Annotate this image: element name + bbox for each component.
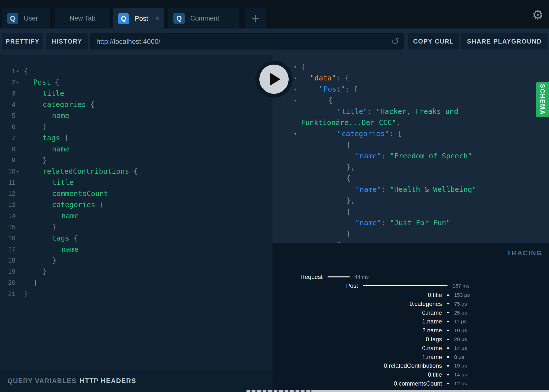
response-json: "name": "Health & Wellbeing" [355, 184, 476, 195]
tracing-duration-bar [363, 285, 448, 286]
tab-bar: QUserNew TabQPost✕QComment + ⚙ [0, 0, 549, 28]
query-badge-icon: Q [7, 13, 18, 24]
query-code: } [43, 266, 47, 277]
response-line: ▾"categories": [ [273, 128, 549, 139]
query-line: 14name [0, 210, 273, 221]
tab-label: User [24, 15, 38, 22]
response-json: "categories": [ [337, 128, 402, 139]
fold-arrow-icon[interactable]: ▾ [16, 77, 23, 88]
tracing-duration-value: 14 μs [454, 370, 467, 379]
tab-user[interactable]: QUser [2, 8, 50, 28]
response-json: { [328, 95, 332, 106]
fold-arrow-icon[interactable]: ▾ [294, 61, 297, 73]
tracing-duration-bar [447, 374, 449, 375]
query-line: 17name [0, 244, 273, 255]
response-json: }, [346, 162, 355, 173]
query-code: commentsCount [52, 188, 108, 199]
fold-arrow-icon[interactable]: ▾ [294, 73, 297, 84]
line-number: 16 [0, 233, 15, 244]
tracing-field-label: 0.name [273, 344, 442, 352]
close-tab-icon[interactable]: ✕ [155, 15, 160, 23]
tracing-field-row: 0.name14 μs [273, 344, 549, 352]
fold-arrow-icon[interactable]: ▾ [294, 128, 297, 139]
line-number: 7 [0, 132, 15, 144]
query-code: } [24, 288, 28, 299]
editor-footer: QUERY VARIABLES HTTP HEADERS [0, 370, 273, 392]
tracing-duration-value: 19 μs [454, 362, 467, 370]
line-number: 2 [0, 77, 15, 88]
query-line: 3title [0, 88, 273, 99]
http-headers-tab[interactable]: HTTP HEADERS [80, 370, 136, 392]
tab-post[interactable]: QPost✕ [113, 8, 164, 29]
schema-side-tab-label: SCHEMA [539, 84, 546, 115]
prettify-button[interactable]: PRETTIFY [2, 33, 43, 49]
tracing-duration-value: 20 μs [454, 335, 467, 343]
add-tab-button[interactable]: + [245, 8, 266, 28]
tracing-duration-value: 167 ms [452, 282, 469, 290]
response-json: } [346, 228, 351, 240]
execute-query-button[interactable] [255, 61, 293, 98]
line-number: 5 [0, 110, 15, 121]
response-pane: ▾{▾"data": {▾"Post": [▾{"title": "Hacker… [273, 55, 549, 243]
fold-arrow-icon[interactable]: ▾ [16, 66, 23, 77]
response-line: { [273, 206, 549, 217]
response-line: "name": "Health & Wellbeing" [273, 184, 549, 195]
query-code: title [43, 88, 64, 99]
tracing-duration-bar [447, 330, 449, 331]
response-line: "name": "Freedom of Speech" [273, 150, 549, 162]
query-code: name [61, 244, 79, 255]
response-line: { [273, 173, 549, 184]
query-code: name [52, 144, 69, 155]
tracing-duration-value: 44 ms [355, 273, 369, 281]
tracing-duration-bar [447, 303, 449, 304]
share-playground-button[interactable]: SHARE PLAYGROUND [461, 33, 548, 49]
tracing-duration-value: 153 μs [454, 291, 470, 299]
query-editor[interactable]: 1▾{2▾Post {3title4categories {5name6}7ta… [0, 55, 273, 370]
fold-arrow-icon[interactable]: ▾ [294, 95, 297, 106]
query-code: title [52, 177, 74, 188]
tracing-duration-value: 14 μs [454, 344, 467, 352]
query-line: 7tags { [0, 132, 273, 144]
horizontal-scrollbar[interactable] [311, 390, 549, 392]
tab-label: Comment [190, 15, 219, 22]
endpoint-url-input[interactable]: http://localhost:4000/ ↺ [90, 33, 404, 49]
tracing-field-row: 0.tags20 μs [273, 335, 549, 343]
response-json: "title": "Hacker, Freaks und [337, 106, 458, 117]
query-code: } [52, 255, 56, 266]
tracing-field-row: 1.name11 μs [273, 317, 549, 326]
history-button[interactable]: HISTORY [46, 33, 88, 49]
tracing-field-label: 0.title [273, 370, 442, 379]
response-json-tree: ▾{▾"data": {▾"Post": [▾{"title": "Hacker… [273, 61, 549, 251]
tracing-field-label: 0.name [273, 309, 442, 317]
tracing-field-row: 0.commentsCount12 μs [273, 379, 549, 388]
endpoint-url-value: http://localhost:4000/ [96, 38, 391, 46]
horizontal-scrollbar-clipped-text [247, 390, 311, 392]
line-number: 3 [0, 88, 15, 99]
response-json: { [301, 61, 305, 73]
schema-side-tab[interactable]: SCHEMA [536, 82, 549, 117]
tracing-duration-bar [447, 365, 449, 367]
line-number: 13 [0, 199, 15, 210]
line-number: 15 [0, 221, 15, 233]
tracing-field-label: 0.title [273, 291, 442, 299]
query-code: Post { [33, 77, 59, 88]
query-line: 11title [0, 177, 273, 188]
fold-arrow-icon[interactable]: ▾ [294, 84, 297, 95]
query-variables-tab[interactable]: QUERY VARIABLES [7, 370, 77, 392]
query-code: tags { [52, 233, 78, 244]
query-line: 19} [0, 266, 273, 277]
copy-curl-button[interactable]: COPY CURL [408, 33, 459, 49]
tab-new-tab[interactable]: New Tab [55, 8, 110, 28]
refresh-schema-icon[interactable]: ↺ [391, 36, 399, 47]
query-line: 10▾relatedContributions { [0, 166, 273, 177]
tracing-duration-bar [447, 321, 449, 322]
tracing-duration-value: 75 μs [454, 300, 467, 308]
fold-arrow-icon[interactable]: ▾ [16, 166, 23, 177]
line-number: 19 [0, 266, 15, 277]
tracing-field-row: 1.name8 μs [273, 353, 549, 361]
settings-gear-icon[interactable]: ⚙ [532, 8, 544, 22]
tracing-field-row: 0.title153 μs [273, 291, 549, 299]
line-number: 17 [0, 244, 15, 255]
tab-comment[interactable]: QComment [168, 8, 239, 28]
response-line: ▾{ [273, 61, 549, 73]
